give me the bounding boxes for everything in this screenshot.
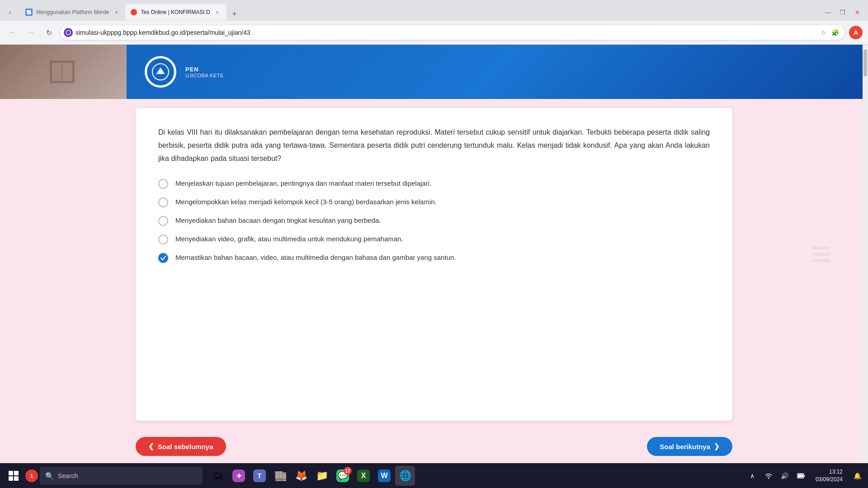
windows-store-icon: 🏬	[274, 469, 287, 482]
address-bar[interactable]: simulasi-ukpppg.bppp.kemdikbud.go.id/pes…	[60, 25, 845, 40]
prev-label: Soal sebelumnya	[158, 443, 213, 450]
radio-3[interactable]	[158, 216, 168, 226]
chrome-icon: 🌐	[399, 469, 411, 482]
radio-2[interactable]	[158, 197, 168, 207]
tab-back-arrow[interactable]: ‹	[4, 6, 16, 19]
forward-button[interactable]: →	[24, 25, 38, 40]
taskbar-search[interactable]: 🔍 Search	[40, 467, 203, 485]
svg-rect-12	[797, 474, 803, 478]
whatsapp-app[interactable]: 💬 17	[333, 466, 353, 486]
tabs-container: Menggunakan Platform Merde × Tes Online …	[20, 4, 817, 20]
close-button[interactable]: ✕	[852, 7, 863, 18]
question-card: ≡ Di kelas VIII hari itu dilaksanakan pe…	[136, 108, 732, 421]
back-button[interactable]: ←	[5, 25, 20, 40]
clock-date: 03/09/2024	[816, 476, 843, 483]
radio-5-checked[interactable]	[158, 253, 168, 263]
volume-icon[interactable]: 🔊	[778, 469, 792, 483]
address-icons: ☆ 🧩	[819, 28, 840, 37]
battery-icon[interactable]	[794, 469, 808, 483]
svg-rect-11	[804, 475, 805, 477]
extensions-icon[interactable]: 🧩	[830, 28, 840, 37]
header-logo-section: PEN UJICOBA KETE	[127, 45, 868, 99]
wifi-icon[interactable]	[761, 469, 776, 483]
new-tab-button[interactable]: +	[228, 8, 241, 20]
teams-app[interactable]: T	[250, 466, 269, 486]
notification-badge[interactable]: 1	[25, 469, 38, 482]
logo-circle	[145, 56, 176, 88]
option-5[interactable]: Memastikan bahan bacaan, video, atau mul…	[158, 253, 710, 263]
header-image-placeholder	[0, 45, 127, 99]
tab-bar-left: ‹	[0, 6, 20, 19]
radio-1[interactable]	[158, 179, 168, 189]
prev-button[interactable]: ❮ Soal sebelumnya	[136, 437, 226, 456]
msteams-icon: T	[253, 469, 266, 482]
clock[interactable]: 13:12 03/09/2024	[812, 468, 846, 483]
taskbar-apps: 🗂 ✦ T 🏬 🦊 📁 💬 17 X W	[204, 466, 743, 486]
tab-1-title: Menggunakan Platform Merde	[36, 9, 109, 15]
magic-icon: ✦	[232, 469, 245, 482]
search-icon: 🔍	[45, 472, 54, 480]
tab-1-close[interactable]: ×	[113, 9, 120, 16]
nav-buttons: ❮ Soal sebelumnya Soal berikutnya ❯	[0, 430, 868, 463]
radio-4[interactable]	[158, 235, 168, 244]
tab-2[interactable]: Tes Online | KONFIRMASI D ×	[125, 4, 226, 20]
svg-rect-1	[29, 10, 31, 12]
explorer-app[interactable]: 📁	[312, 466, 332, 486]
option-3-text: Menyediakan bahan bacaan dengan tingkat …	[175, 216, 381, 226]
firefox-app[interactable]: 🦊	[291, 466, 311, 486]
bookmark-icon[interactable]: ☆	[819, 28, 828, 37]
store-app[interactable]: 🏬	[270, 466, 290, 486]
reload-button[interactable]: ↻	[42, 25, 56, 40]
option-2[interactable]: Mengelompokkan kelas menjadi kelompok ke…	[158, 197, 710, 207]
option-3[interactable]: Menyediakan bahan bacaan dengan tingkat …	[158, 216, 710, 226]
minimize-button[interactable]: —	[823, 7, 834, 18]
word-icon: W	[378, 469, 391, 482]
magic-app[interactable]: ✦	[229, 466, 249, 486]
whatsapp-badge: 17	[344, 467, 352, 475]
start-button[interactable]	[4, 466, 24, 486]
svg-rect-3	[29, 12, 31, 14]
question-text: Di kelas VIII hari itu dilaksanakan pemb…	[158, 126, 710, 165]
option-2-text: Mengelompokkan kelas menjadi kelompok ke…	[175, 197, 437, 207]
files-app[interactable]: 🗂	[208, 466, 228, 486]
taskbar-right: ∧ 🔊 13:12 03/09/2024 🔔	[745, 468, 864, 483]
next-label: Soal berikutnya	[660, 443, 710, 450]
page-content: PEN UJICOBA KETE ≡ Di kelas VIII hari it…	[0, 45, 868, 463]
tab-2-close[interactable]: ×	[214, 9, 221, 16]
next-button[interactable]: Soal berikutnya ❯	[647, 437, 732, 456]
main-content: ≡ Di kelas VIII hari itu dilaksanakan pe…	[0, 99, 868, 430]
logo-inner	[147, 58, 174, 85]
address-bar-row: ← → ↻ simulasi-ukpppg.bppp.kemdikbud.go.…	[0, 21, 868, 44]
svg-point-4	[66, 30, 71, 35]
option-4-text: Menyediakan video, grafik, atau multimed…	[175, 234, 403, 244]
tab-1[interactable]: Menggunakan Platform Merde ×	[20, 4, 125, 20]
search-label: Search	[58, 472, 78, 479]
clock-time: 13:12	[816, 468, 843, 476]
right-scrollbar[interactable]	[863, 45, 868, 463]
tab-2-title: Tes Online | KONFIRMASI D	[141, 9, 210, 15]
header-title: PEN	[185, 66, 224, 73]
notifications-icon[interactable]: 🔔	[850, 469, 864, 483]
files-icon: 🗂	[212, 469, 224, 482]
options-list: Menjelaskan tujuan pembelajaran, penting…	[158, 178, 710, 263]
prev-icon: ❮	[148, 442, 154, 450]
window-controls: — ❐ ✕	[817, 7, 868, 18]
profile-button[interactable]: A	[849, 26, 863, 39]
tab-bar: ‹ Menggunakan Platform Merde × Tes Onlin…	[0, 0, 868, 21]
word-app[interactable]: W	[374, 466, 394, 486]
site-favicon	[64, 28, 73, 37]
tab-1-favicon	[25, 9, 33, 16]
option-4[interactable]: Menyediakan video, grafik, atau multimed…	[158, 234, 710, 244]
excel-icon: X	[357, 469, 370, 482]
chrome-app[interactable]: 🌐	[395, 466, 415, 486]
excel-app[interactable]: X	[354, 466, 373, 486]
browser-chrome: ‹ Menggunakan Platform Merde × Tes Onlin…	[0, 0, 868, 45]
firefox-icon: 🦊	[295, 469, 307, 482]
svg-rect-2	[27, 12, 29, 14]
header-image	[0, 45, 127, 99]
system-icons: ∧ 🔊	[745, 469, 808, 483]
option-1-text: Menjelaskan tujuan pembelajaran, penting…	[175, 178, 431, 189]
chevron-up-icon[interactable]: ∧	[745, 469, 760, 483]
maximize-button[interactable]: ❐	[837, 7, 848, 18]
option-1[interactable]: Menjelaskan tujuan pembelajaran, penting…	[158, 178, 710, 189]
